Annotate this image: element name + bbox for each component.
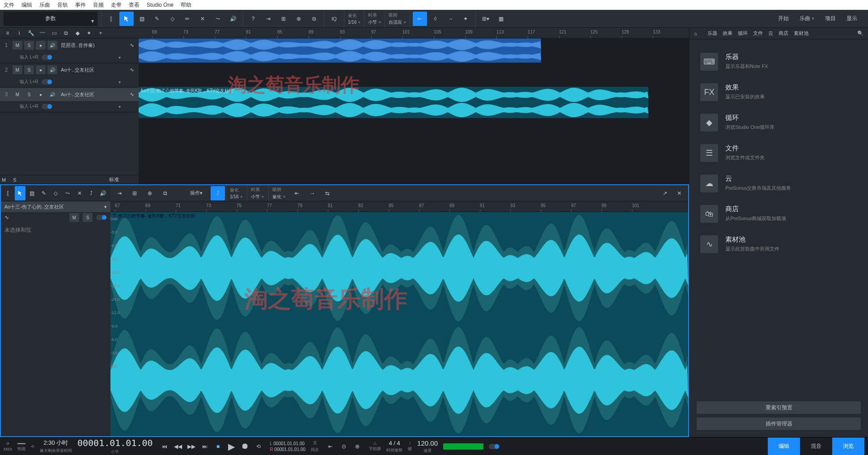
tab-shop[interactable]: 商店: [779, 30, 788, 37]
group-icon[interactable]: ▭: [50, 30, 58, 36]
editor-mute-tool[interactable]: ✕: [74, 186, 85, 200]
editor-ruler[interactable]: 6769717375777981838587899193959799101: [110, 201, 688, 212]
stop-button[interactable]: ■: [212, 440, 224, 453]
ed-snap1-icon[interactable]: ⇥: [112, 186, 127, 200]
arranger-icon[interactable]: →: [443, 12, 457, 26]
nav-show[interactable]: 显示: [847, 15, 857, 22]
key[interactable]: ♪键: [408, 441, 412, 452]
add-track-icon[interactable]: +: [97, 30, 105, 36]
editor-solo[interactable]: S: [83, 213, 93, 222]
snap-selector[interactable]: 吸附 自适应: [385, 10, 410, 27]
reindex-button[interactable]: 重索引预置: [697, 401, 861, 414]
bend-tool[interactable]: ⤳: [211, 12, 225, 26]
menu-file[interactable]: 文件: [4, 1, 14, 9]
browser-item-piano[interactable]: ⌨乐器显示乐器和Note FX: [697, 47, 861, 77]
metronome[interactable]: △节拍器: [369, 441, 381, 452]
tempo[interactable]: 120.00速度: [417, 439, 438, 454]
track-input[interactable]: 输入 L+R: [0, 52, 139, 63]
track-3[interactable]: 3 M S ● 🔊 Ao十..交友社区 ∿ 输入 L+R: [0, 88, 139, 112]
solo-button[interactable]: S: [24, 41, 34, 50]
erase-tool[interactable]: ◇: [165, 12, 179, 26]
timebase-selector[interactable]: 时基 小节: [364, 10, 385, 27]
tracklist-icon[interactable]: ≡: [4, 30, 12, 36]
browser-item-file[interactable]: ☰文件浏览文件或文件夹: [697, 138, 861, 168]
mute-button[interactable]: M: [13, 41, 22, 50]
ed-quantize[interactable]: 量化1/16: [226, 185, 246, 201]
ed-timebase[interactable]: 时基小节: [247, 185, 267, 201]
editor-mute[interactable]: M: [69, 213, 79, 222]
solo-button[interactable]: S: [24, 90, 34, 99]
menu-song[interactable]: 乐曲: [39, 1, 50, 9]
master-toggle[interactable]: [489, 444, 500, 449]
menu-track[interactable]: 音轨: [57, 1, 68, 9]
ripple-icon[interactable]: ⧉: [307, 12, 321, 26]
menu-transport[interactable]: 走带: [111, 1, 122, 9]
rewind-button[interactable]: ◀◀: [172, 440, 184, 453]
listen-tool[interactable]: 🔊: [226, 12, 240, 26]
marker-track-icon[interactable]: ◆: [73, 30, 81, 36]
editor-erase-tool[interactable]: ◇: [50, 186, 61, 200]
ed-link-icon[interactable]: ⇆: [320, 186, 334, 200]
ed-detach-icon[interactable]: ↗: [658, 186, 672, 200]
nav-project[interactable]: 项目: [825, 15, 836, 22]
record-button[interactable]: ●: [36, 65, 46, 74]
quantize-selector[interactable]: 量化 1/16: [344, 10, 364, 27]
browser-item-cloud[interactable]: ☁云PreSonus交换市场及其他服务: [697, 168, 861, 199]
rewind-start-button[interactable]: ⏮: [158, 440, 171, 453]
sync[interactable]: 关同步: [311, 440, 319, 453]
master-mute[interactable]: M: [2, 177, 6, 183]
editor-clip-selector[interactable]: Ao十三-伤了心的..交友社区: [1, 201, 110, 212]
arrange-ruler[interactable]: 6973778185899397101105109113117121125129…: [139, 28, 689, 38]
ed-snap[interactable]: 吸附量化: [268, 185, 289, 201]
view-browse[interactable]: 浏览: [832, 438, 864, 455]
track-input[interactable]: 输入 L+R: [0, 101, 139, 112]
input-toggle[interactable]: [42, 104, 52, 109]
automation-icon[interactable]: 〰: [38, 30, 47, 36]
help-icon[interactable]: ?: [246, 12, 260, 26]
record-button[interactable]: ⏺: [239, 440, 251, 453]
audio-clip-1[interactable]: [139, 38, 541, 63]
ed-bend-mode-icon[interactable]: ⤴: [211, 186, 225, 200]
marker-icon[interactable]: ◊: [428, 12, 442, 26]
track-1[interactable]: 1 M S ● 🔊 琵琶语..音伴奏) ∿ 输入 L+R: [0, 38, 139, 63]
timeline-area[interactable]: 6973778185899397101105109113117121125129…: [139, 28, 689, 184]
input-toggle[interactable]: [42, 55, 52, 60]
ed-follow-icon[interactable]: →: [305, 186, 319, 200]
editor-range-tool[interactable]: ▧: [26, 186, 38, 200]
home-icon[interactable]: ⌂: [694, 31, 702, 36]
snap-start-icon[interactable]: ⇥: [261, 12, 275, 26]
ed-zoom-icon[interactable]: ⊕: [143, 186, 157, 200]
monitor-button[interactable]: 🔊: [47, 90, 57, 99]
ed-close-icon[interactable]: ✕: [672, 186, 686, 200]
editor-split-tool[interactable]: ⤴: [86, 186, 97, 200]
ed-snap2-icon[interactable]: ⊞: [127, 186, 142, 200]
tab-pool[interactable]: 素材池: [794, 30, 809, 37]
menu-event[interactable]: 事件: [75, 1, 86, 9]
tempo-icon[interactable]: ✦: [458, 12, 473, 26]
draw-tool[interactable]: ✎: [150, 12, 164, 26]
search-icon[interactable]: 🔍: [857, 30, 864, 36]
arrow-tool[interactable]: [119, 12, 134, 26]
editor-bend-tool[interactable]: ⤳: [62, 186, 73, 200]
browser-item-shop[interactable]: 🛍商店从PreSonus商城获取加载项: [697, 199, 861, 229]
standard-label[interactable]: 标准: [109, 176, 119, 183]
editor-draw-tool[interactable]: ✎: [38, 186, 50, 200]
menu-view[interactable]: 查看: [129, 1, 140, 9]
nav-song[interactable]: 乐曲: [800, 15, 814, 22]
ed-ripple-icon[interactable]: ⧉: [158, 186, 172, 200]
record-button[interactable]: ●: [36, 90, 46, 99]
menu-edit[interactable]: 编辑: [21, 1, 32, 9]
plugin-manager-button[interactable]: 插件管理器: [697, 417, 861, 430]
editor-expand-icon[interactable]: ⟦: [3, 186, 14, 200]
position-display[interactable]: 00001.01.01.00小节: [77, 438, 153, 455]
editor-toggle[interactable]: [96, 215, 107, 220]
input-toggle[interactable]: [42, 79, 52, 85]
browser-item-fx[interactable]: FX效果显示已安装的效果: [697, 77, 861, 107]
zoom-icon[interactable]: ⊕: [292, 12, 306, 26]
view-mix[interactable]: 混音: [800, 438, 832, 455]
mute-button[interactable]: M: [13, 90, 22, 99]
forward-end-button[interactable]: ⏭: [199, 440, 211, 453]
play-button[interactable]: ▶: [225, 440, 238, 453]
snap-grid-icon[interactable]: ⊞: [276, 12, 291, 26]
plus-icon[interactable]: ✦: [85, 30, 93, 36]
